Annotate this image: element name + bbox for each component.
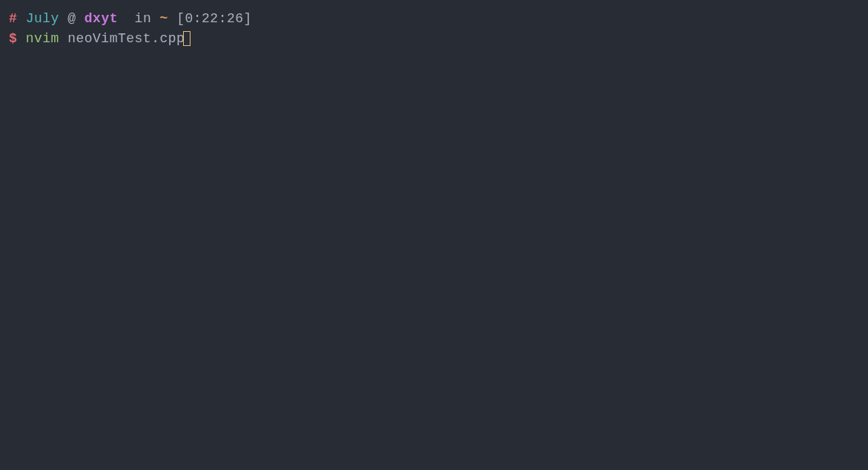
command-name: nvim bbox=[26, 31, 59, 46]
prompt-info-line: # July @ dxyt in ~ [0:22:26] bbox=[9, 9, 859, 29]
terminal-window[interactable]: # July @ dxyt in ~ [0:22:26] $ nvim neoV… bbox=[9, 9, 859, 49]
hash-symbol: # bbox=[9, 11, 17, 26]
prompt-dollar: $ bbox=[9, 31, 17, 46]
cwd-tilde: ~ bbox=[160, 11, 168, 26]
timestamp: [0:22:26] bbox=[176, 11, 252, 26]
command-argument: neoVimTest.cpp bbox=[67, 31, 185, 46]
command-input-line[interactable]: $ nvim neoVimTest.cpp bbox=[9, 29, 859, 49]
cursor-block bbox=[183, 31, 191, 46]
in-text: in bbox=[135, 11, 152, 26]
username: July bbox=[26, 11, 59, 26]
at-symbol: @ bbox=[67, 11, 76, 26]
hostname: dxyt bbox=[85, 11, 118, 26]
